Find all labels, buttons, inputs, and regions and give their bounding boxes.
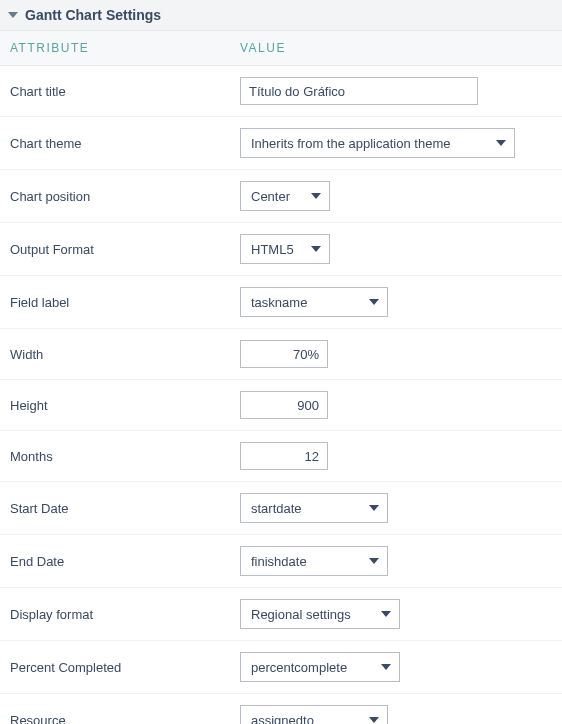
select-percent-completed[interactable]: percentcomplete — [240, 652, 400, 682]
select-output-format-value: HTML5 — [251, 242, 294, 257]
input-chart-title[interactable] — [240, 77, 478, 105]
select-end-date[interactable]: finishdate — [240, 546, 388, 576]
chevron-down-icon — [496, 140, 506, 146]
row-chart-position: Chart position Center — [0, 170, 562, 223]
row-start-date: Start Date startdate — [0, 482, 562, 535]
chevron-down-icon — [381, 664, 391, 670]
row-end-date: End Date finishdate — [0, 535, 562, 588]
label-end-date: End Date — [10, 554, 240, 569]
gantt-chart-settings-panel: Gantt Chart Settings ATTRIBUTE VALUE Cha… — [0, 0, 562, 724]
panel-header[interactable]: Gantt Chart Settings — [0, 0, 562, 31]
chevron-down-icon — [311, 246, 321, 252]
row-width: Width — [0, 329, 562, 380]
label-chart-position: Chart position — [10, 189, 240, 204]
chevron-down-icon — [369, 505, 379, 511]
input-months[interactable] — [240, 442, 328, 470]
label-months: Months — [10, 449, 240, 464]
select-chart-theme-value: Inherits from the application theme — [251, 136, 450, 151]
column-header-value: VALUE — [240, 41, 562, 55]
row-display-format: Display format Regional settings — [0, 588, 562, 641]
row-chart-title: Chart title — [0, 66, 562, 117]
chevron-down-icon — [311, 193, 321, 199]
row-output-format: Output Format HTML5 — [0, 223, 562, 276]
select-display-format-value: Regional settings — [251, 607, 351, 622]
select-field-label-value: taskname — [251, 295, 307, 310]
row-field-label: Field label taskname — [0, 276, 562, 329]
select-field-label[interactable]: taskname — [240, 287, 388, 317]
label-percent-completed: Percent Completed — [10, 660, 240, 675]
collapse-icon — [8, 12, 18, 18]
column-headers: ATTRIBUTE VALUE — [0, 31, 562, 66]
column-header-attribute: ATTRIBUTE — [10, 41, 240, 55]
label-resource: Resource — [10, 713, 240, 725]
label-field-label: Field label — [10, 295, 240, 310]
select-chart-position-value: Center — [251, 189, 290, 204]
row-months: Months — [0, 431, 562, 482]
select-chart-position[interactable]: Center — [240, 181, 330, 211]
row-chart-theme: Chart theme Inherits from the applicatio… — [0, 117, 562, 170]
row-percent-completed: Percent Completed percentcomplete — [0, 641, 562, 694]
panel-title: Gantt Chart Settings — [25, 7, 161, 23]
label-display-format: Display format — [10, 607, 240, 622]
label-chart-theme: Chart theme — [10, 136, 240, 151]
row-resource: Resource assignedto — [0, 694, 562, 724]
label-width: Width — [10, 347, 240, 362]
select-display-format[interactable]: Regional settings — [240, 599, 400, 629]
input-width[interactable] — [240, 340, 328, 368]
select-start-date[interactable]: startdate — [240, 493, 388, 523]
select-percent-completed-value: percentcomplete — [251, 660, 347, 675]
label-output-format: Output Format — [10, 242, 240, 257]
select-start-date-value: startdate — [251, 501, 302, 516]
select-end-date-value: finishdate — [251, 554, 307, 569]
row-height: Height — [0, 380, 562, 431]
label-start-date: Start Date — [10, 501, 240, 516]
chevron-down-icon — [369, 299, 379, 305]
select-resource-value: assignedto — [251, 713, 314, 725]
label-chart-title: Chart title — [10, 84, 240, 99]
label-height: Height — [10, 398, 240, 413]
select-output-format[interactable]: HTML5 — [240, 234, 330, 264]
select-chart-theme[interactable]: Inherits from the application theme — [240, 128, 515, 158]
input-height[interactable] — [240, 391, 328, 419]
select-resource[interactable]: assignedto — [240, 705, 388, 724]
chevron-down-icon — [381, 611, 391, 617]
chevron-down-icon — [369, 558, 379, 564]
chevron-down-icon — [369, 717, 379, 723]
